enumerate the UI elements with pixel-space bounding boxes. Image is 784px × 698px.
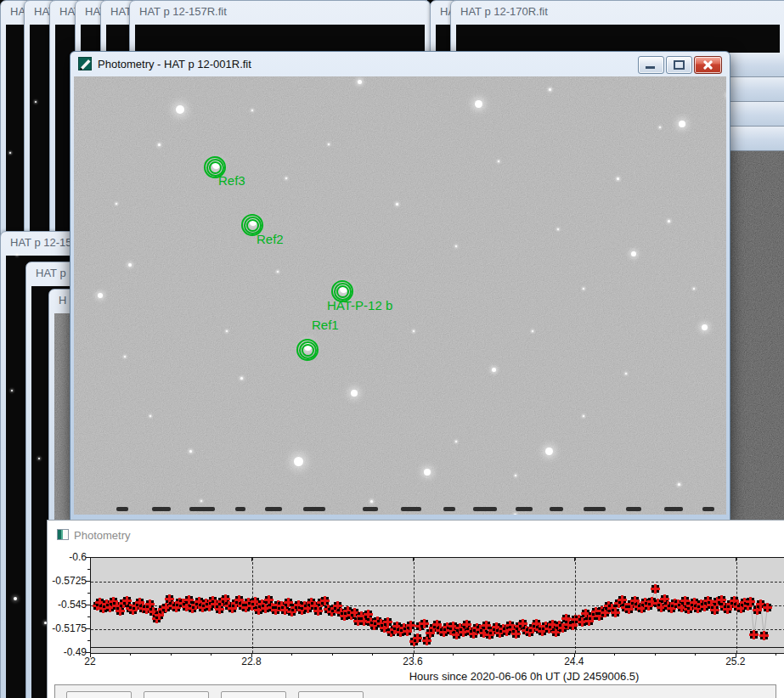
x-tick-label: 22.8	[233, 656, 270, 667]
maximize-button[interactable]	[666, 56, 692, 74]
data-point	[612, 609, 619, 616]
image-artifact-dash	[664, 507, 683, 511]
data-point	[420, 620, 428, 628]
star	[549, 88, 551, 91]
image-artifact-dash	[235, 507, 245, 511]
y-axis-minor-tick	[87, 616, 90, 617]
image-artifact-dash	[401, 507, 421, 511]
star	[678, 483, 680, 486]
image-artifact-dash	[116, 507, 128, 511]
x-axis-top-tick	[413, 558, 414, 561]
x-axis-top-tick	[251, 558, 252, 561]
data-point	[407, 622, 415, 629]
x-axis-title: Hours since 2020-06-06 0h UT (JD 2459006…	[337, 670, 711, 683]
x-axis-minor-tick	[130, 653, 131, 656]
window-title: Photometry - HAT p 12-001R.fit	[98, 52, 251, 76]
y-tick-label: -0.6	[48, 551, 87, 563]
y-axis-minor-tick	[87, 569, 90, 570]
x-axis-minor-tick	[695, 653, 696, 656]
star	[189, 450, 192, 453]
x-axis-minor-tick	[655, 653, 656, 656]
starfield-noise	[74, 76, 726, 515]
x-axis-minor-tick	[453, 653, 454, 656]
window-titlebar[interactable]: HAT p 12-157R.fit	[130, 1, 430, 23]
star	[668, 220, 670, 222]
star	[617, 177, 619, 180]
x-axis-top-tick	[574, 558, 575, 561]
data-point	[760, 632, 768, 639]
minimize-icon	[646, 66, 655, 69]
star	[358, 80, 362, 84]
window-titlebar[interactable]: HAT p 12-170R.fit	[451, 1, 784, 23]
star	[176, 105, 184, 114]
chart-toolbar-panel	[54, 684, 776, 698]
image-artifact-dash	[584, 507, 606, 511]
window-title: HAT p 12-15	[10, 236, 72, 249]
image-artifact-dash	[516, 507, 533, 511]
star	[158, 144, 161, 146]
panel-button[interactable]	[298, 691, 364, 698]
window-title: HAT p	[36, 267, 66, 279]
x-axis-minor-tick	[776, 653, 776, 656]
star	[294, 457, 303, 466]
star	[396, 203, 398, 205]
data-point	[314, 607, 322, 615]
x-axis-minor-tick	[494, 653, 494, 656]
data-point	[423, 637, 431, 645]
image-artifact-dash	[702, 507, 714, 511]
star	[351, 390, 358, 397]
image-artifact-dash	[303, 507, 325, 511]
image-artifact-dash	[265, 507, 282, 511]
minimize-button[interactable]	[638, 56, 664, 74]
y-axis-minor-tick	[87, 593, 90, 594]
star	[679, 121, 685, 127]
panel-button[interactable]	[221, 691, 286, 698]
star	[514, 514, 516, 515]
data-point	[216, 605, 223, 613]
window-title: HAT p 12-170R.fit	[460, 5, 548, 18]
star	[370, 500, 373, 503]
data-point	[750, 631, 758, 639]
photometry-chart-window: Photometry 2222.823.624.425.2-0.6-0.5725…	[47, 520, 784, 698]
close-button[interactable]	[694, 56, 722, 74]
panel-button[interactable]	[66, 691, 132, 698]
photometry-image-window: Photometry - HAT p 12-001R.fit Ref3Ref2H…	[70, 51, 730, 521]
star	[424, 469, 431, 476]
data-point	[764, 604, 771, 611]
marker-label: Ref2	[257, 232, 284, 246]
marker-label: HAT-P-12 b	[327, 298, 392, 312]
window-controls	[638, 56, 722, 74]
image-artifact-dash	[189, 507, 215, 511]
image-artifact-dash	[363, 507, 378, 511]
data-point	[414, 634, 421, 642]
marker-label: Ref3	[218, 173, 245, 188]
image-artifact-dash	[473, 507, 497, 511]
x-tick-label: 25.2	[717, 656, 754, 667]
photometry-app-icon	[78, 57, 92, 70]
image-artifact-dash	[152, 507, 171, 511]
light-curve-plot[interactable]	[90, 557, 784, 654]
panel-button[interactable]	[144, 691, 209, 698]
data-point	[747, 598, 754, 605]
image-artifact-dash	[443, 507, 455, 511]
marker-label: Ref1	[312, 318, 339, 332]
x-axis-top-tick	[90, 558, 91, 561]
x-tick-label: 24.4	[556, 656, 593, 667]
data-point	[512, 630, 520, 638]
x-axis-minor-tick	[614, 653, 615, 656]
x-axis-top-tick	[736, 558, 736, 561]
star	[240, 377, 243, 380]
x-axis-minor-tick	[533, 653, 534, 656]
y-tick-label: -0.49	[48, 646, 87, 658]
y-tick-label: -0.5175	[48, 622, 87, 634]
data-point	[116, 607, 124, 615]
image-artifact-dash	[550, 507, 563, 511]
x-tick-label: 23.6	[394, 656, 431, 667]
x-axis-minor-tick	[332, 653, 333, 656]
window-titlebar[interactable]: Photometry - HAT p 12-001R.fit	[71, 52, 730, 76]
star	[492, 368, 496, 372]
desktop: { "desktop": { "windows": { "a": "HAT", …	[0, 0, 784, 698]
star	[98, 293, 103, 298]
x-axis-minor-tick	[211, 653, 212, 656]
star-field-image[interactable]: Ref3Ref2HAT-P-12 bRef1	[74, 76, 726, 515]
